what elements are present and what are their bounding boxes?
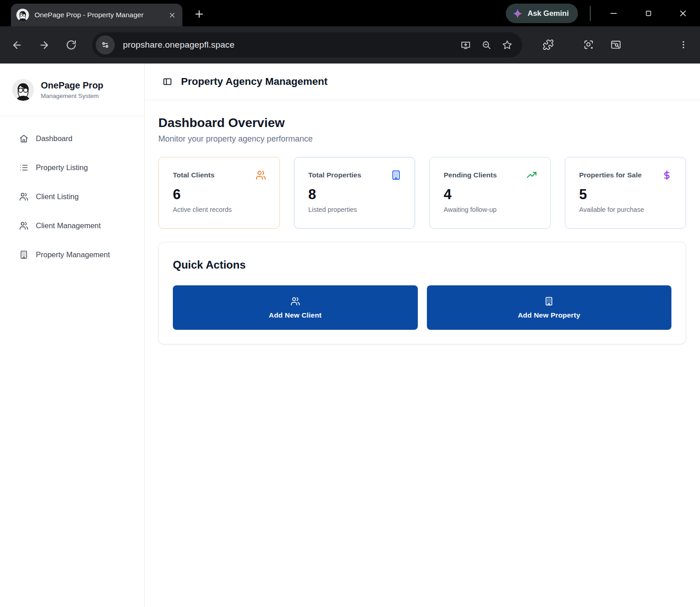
back-icon[interactable] (8, 36, 26, 54)
dollar-icon (661, 170, 672, 181)
overview-title: Dashboard Overview (158, 116, 686, 130)
gemini-sparkle-icon (512, 8, 523, 19)
stat-cards-row: Total Clients 6 Active client records To… (158, 157, 686, 229)
sidebar-item-property-management[interactable]: Property Management (0, 246, 144, 264)
page-header: Property Agency Management (145, 64, 700, 100)
add-new-client-button[interactable]: Add New Client (173, 285, 418, 330)
stat-card-total-properties: Total Properties 8 Listed properties (294, 157, 416, 229)
stat-label: Total Properties (308, 171, 362, 179)
zoom-out-icon[interactable] (478, 36, 495, 54)
lens-search-icon[interactable] (579, 35, 597, 54)
minimize-button[interactable] (606, 5, 621, 21)
quick-actions-panel: Quick Actions Add New Client (158, 242, 686, 344)
list-icon (19, 163, 29, 172)
brand-subtitle: Management System (41, 93, 103, 99)
dashboard-content: Dashboard Overview Monitor your property… (145, 100, 700, 344)
building-icon (391, 170, 401, 181)
tab-close-icon[interactable] (167, 10, 177, 20)
stat-label: Total Clients (173, 171, 215, 179)
ask-gemini-label: Ask Gemini (528, 9, 569, 18)
button-label: Add New Client (269, 311, 322, 319)
stat-value: 4 (444, 186, 537, 203)
building-icon (19, 250, 29, 259)
brand: OnePage Prop Management System (0, 64, 144, 116)
stat-description: Available for purchase (579, 206, 673, 213)
url-bar[interactable]: propshare.onepagepfl.space (92, 32, 522, 58)
stat-label: Properties for Sale (579, 171, 642, 179)
browser-menu-icon[interactable] (674, 35, 692, 54)
bookmark-star-icon[interactable] (499, 36, 516, 54)
browser-window: OnePage Prop - Property Manager Ask Gemi… (0, 0, 700, 607)
sidebar-item-label: Client Listing (36, 192, 78, 201)
sidebar-item-label: Property Listing (36, 163, 88, 172)
sidebar-item-dashboard[interactable]: Dashboard (0, 130, 144, 147)
stat-description: Awaiting follow-up (444, 206, 537, 213)
button-label: Add New Property (518, 311, 580, 319)
forward-icon[interactable] (35, 36, 53, 54)
home-icon (19, 134, 29, 143)
install-app-icon[interactable] (457, 36, 474, 54)
tab-title: OnePage Prop - Property Manager (34, 11, 158, 19)
ask-gemini-button[interactable]: Ask Gemini (506, 4, 578, 23)
trending-up-icon (526, 170, 537, 181)
quick-actions-title: Quick Actions (173, 259, 671, 271)
app-root: OnePage Prop Management System Dashboard… (0, 64, 700, 607)
sidebar: OnePage Prop Management System Dashboard… (0, 64, 145, 607)
add-new-property-button[interactable]: Add New Property (427, 285, 672, 330)
stat-card-properties-for-sale: Properties for Sale 5 Available for purc… (565, 157, 686, 229)
titlebar: OnePage Prop - Property Manager Ask Gemi… (0, 0, 700, 26)
new-tab-button[interactable] (192, 7, 206, 21)
stat-description: Listed properties (308, 206, 402, 213)
users-icon (255, 170, 266, 181)
stat-card-total-clients: Total Clients 6 Active client records (158, 157, 280, 229)
users-icon (290, 296, 300, 306)
users-icon (19, 192, 29, 201)
titlebar-divider (590, 6, 591, 21)
extensions-icon[interactable] (539, 35, 557, 54)
overview-subtitle: Monitor your property agency performance (158, 134, 686, 144)
stat-value: 5 (579, 186, 673, 203)
stat-value: 8 (308, 186, 402, 203)
close-window-button[interactable] (675, 5, 690, 21)
search-tabs-icon[interactable] (607, 35, 625, 54)
sidebar-item-label: Dashboard (36, 134, 73, 143)
sidebar-item-client-listing[interactable]: Client Listing (0, 188, 144, 206)
main-area: Property Agency Management Dashboard Ove… (145, 64, 700, 607)
brand-name: OnePage Prop (41, 80, 103, 91)
brand-logo-avatar (12, 79, 34, 101)
url-text[interactable]: propshare.onepagepfl.space (123, 40, 453, 50)
browser-tab[interactable]: OnePage Prop - Property Manager (11, 4, 182, 26)
sidebar-toggle-icon[interactable] (162, 77, 172, 87)
page-title: Property Agency Management (181, 76, 328, 88)
building-icon (544, 296, 554, 306)
site-settings-icon[interactable] (96, 35, 115, 54)
stat-card-pending-clients: Pending Clients 4 Awaiting follow-up (429, 157, 551, 229)
tab-favicon-avatar (16, 9, 29, 21)
sidebar-item-label: Property Management (36, 250, 110, 259)
reload-icon[interactable] (62, 36, 80, 54)
sidebar-nav: Dashboard Property Listing Client Listin… (0, 116, 144, 264)
stat-value: 6 (173, 186, 266, 203)
sidebar-item-label: Client Management (36, 221, 101, 230)
stat-label: Pending Clients (444, 171, 497, 179)
stat-description: Active client records (173, 206, 266, 213)
users-icon (19, 221, 29, 230)
maximize-button[interactable] (641, 5, 656, 21)
sidebar-item-property-listing[interactable]: Property Listing (0, 159, 144, 176)
sidebar-item-client-management[interactable]: Client Management (0, 217, 144, 235)
browser-toolbar: propshare.onepagepfl.space (0, 26, 700, 64)
